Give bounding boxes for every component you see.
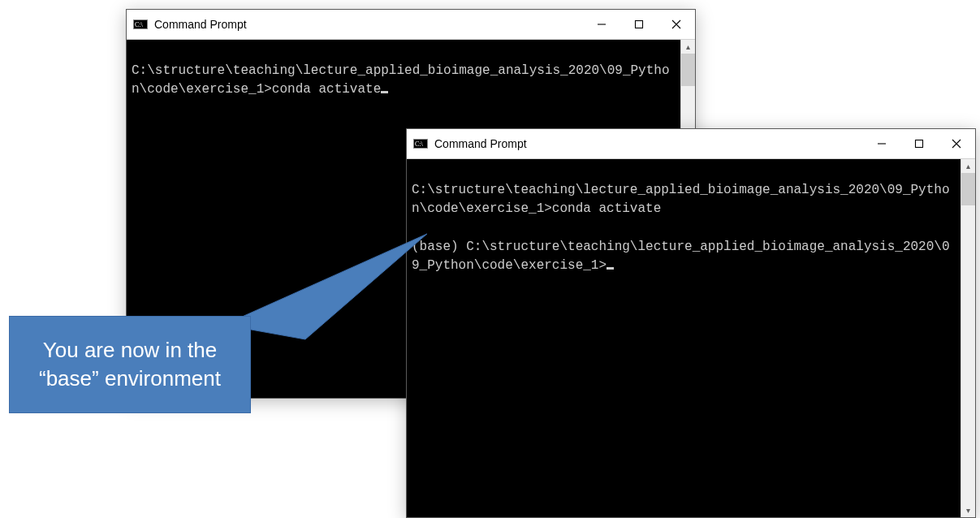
terminal-text: C:\structure\teaching\lecture_applied_bi… [412, 183, 950, 273]
window-title: Command Prompt [434, 137, 527, 150]
svg-marker-12 [224, 234, 427, 339]
callout-pointer [224, 234, 451, 339]
svg-text:C:\: C:\ [135, 21, 144, 28]
vertical-scrollbar[interactable]: ▴ ▾ [961, 159, 975, 517]
scrollbar-track[interactable] [961, 173, 975, 503]
maximize-button[interactable] [900, 129, 938, 158]
window-title: Command Prompt [154, 18, 247, 31]
scrollbar-thumb[interactable] [681, 54, 695, 86]
scrollbar-thumb[interactable] [961, 173, 975, 205]
cmd-icon: C:\ [413, 136, 428, 151]
svg-rect-3 [636, 21, 643, 28]
close-button[interactable] [658, 10, 695, 39]
close-button[interactable] [938, 129, 975, 158]
titlebar[interactable]: C:\ Command Prompt [127, 10, 695, 40]
cmd-icon: C:\ [133, 17, 148, 32]
scroll-up-icon[interactable]: ▴ [961, 159, 975, 173]
svg-rect-9 [916, 140, 923, 148]
svg-text:C:\: C:\ [415, 140, 424, 148]
callout-text: You are now in the “base” environment [24, 336, 235, 393]
cursor [381, 91, 388, 93]
minimize-button[interactable] [583, 10, 620, 39]
scroll-up-icon[interactable]: ▴ [681, 40, 695, 54]
command-prompt-window-2: C:\ Command Prompt C:\structure\teaching… [406, 128, 976, 518]
maximize-button[interactable] [620, 10, 658, 39]
terminal-output[interactable]: C:\structure\teaching\lecture_applied_bi… [407, 159, 961, 517]
annotation-callout: You are now in the “base” environment [9, 316, 251, 413]
terminal-text: C:\structure\teaching\lecture_applied_bi… [132, 63, 670, 97]
titlebar[interactable]: C:\ Command Prompt [407, 129, 975, 159]
cursor [607, 267, 614, 270]
scroll-down-icon[interactable]: ▾ [961, 503, 975, 517]
minimize-button[interactable] [863, 129, 900, 158]
terminal-client-area: C:\structure\teaching\lecture_applied_bi… [407, 159, 975, 517]
